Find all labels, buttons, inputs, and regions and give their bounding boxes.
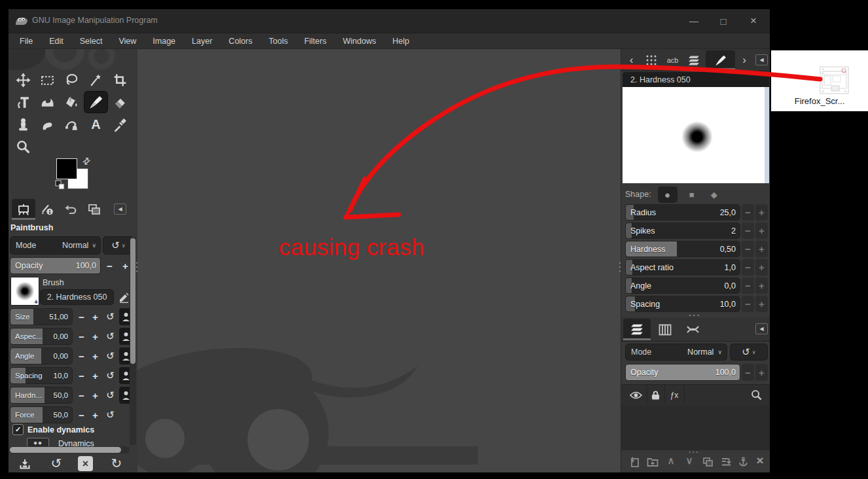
radius-slider[interactable]: Radius 25,0 — [625, 204, 740, 221]
desktop-file-icon[interactable] — [820, 66, 849, 94]
spacing-slider[interactable]: Spacing 10,0 — [10, 367, 73, 384]
menu-edit[interactable]: Edit — [49, 37, 63, 46]
brushes-dock-menu-button[interactable]: ◀ — [755, 54, 768, 65]
layer-mode-select[interactable]: Mode Normal ∨ — [625, 344, 727, 361]
tool-warp-transform[interactable] — [36, 92, 59, 113]
opacity-decrease-button[interactable]: − — [103, 257, 117, 274]
raise-layer-button[interactable]: ∧ — [663, 453, 679, 469]
tab-tool-options[interactable] — [12, 199, 35, 220]
brush-preview[interactable] — [623, 87, 769, 183]
size-increase-button[interactable]: + — [88, 308, 102, 325]
brush-spacing-decrease-button[interactable]: − — [742, 296, 754, 312]
menu-colors[interactable]: Colors — [228, 37, 252, 46]
foreground-color-swatch[interactable] — [56, 158, 77, 179]
tab-images[interactable] — [82, 199, 106, 220]
brush-hardness-slider[interactable]: Hardness 0,50 — [625, 241, 740, 257]
menu-tools[interactable]: Tools — [268, 37, 287, 46]
force-increase-button[interactable]: + — [88, 406, 102, 423]
menu-file[interactable]: File — [20, 37, 33, 46]
hardness-slider[interactable]: Hardn... 50,0 — [10, 387, 73, 404]
tab-layers[interactable] — [623, 319, 651, 340]
tab-channels[interactable] — [652, 319, 678, 340]
brush-angle-increase-button[interactable]: + — [755, 277, 768, 294]
delete-tool-preset-button[interactable]: × — [78, 456, 93, 471]
radius-increase-button[interactable]: + — [755, 204, 768, 221]
brush-spacing-increase-button[interactable]: + — [755, 296, 768, 312]
brush-hardness-increase-button[interactable]: + — [755, 241, 768, 257]
maximize-button[interactable]: □ — [710, 9, 736, 33]
menu-view[interactable]: View — [118, 37, 136, 46]
brush-select[interactable]: 2. Hardness 050 — [40, 289, 114, 305]
menu-help[interactable]: Help — [392, 37, 409, 46]
close-button[interactable]: × — [740, 9, 767, 33]
aspect-ratio-increase-button[interactable]: + — [755, 259, 768, 275]
left-dock-resize-handle[interactable]: ··· — [135, 262, 139, 274]
anchor-layer-button[interactable] — [735, 454, 751, 470]
brush-angle-decrease-button[interactable]: − — [742, 277, 754, 294]
duplicate-layer-button[interactable] — [700, 454, 715, 470]
layers-dock-menu-button[interactable]: ◀ — [755, 323, 768, 334]
size-decrease-button[interactable]: − — [75, 308, 88, 325]
spikes-decrease-button[interactable]: − — [742, 222, 754, 239]
force-reset-button[interactable]: ↺ — [103, 406, 117, 423]
paint-mode-select[interactable]: Mode Normal ∨ — [10, 236, 101, 255]
hardness-increase-button[interactable]: + — [88, 387, 102, 404]
tool-clone[interactable] — [12, 114, 35, 135]
enable-dynamics-checkbox[interactable]: ✓ Enable dynamics — [12, 424, 94, 435]
layer-opacity-decrease-button[interactable]: − — [742, 364, 754, 381]
aspect-ratio-decrease-button[interactable]: − — [742, 259, 754, 275]
tabs-scroll-right-button[interactable]: › — [737, 50, 751, 69]
menu-select[interactable]: Select — [80, 37, 103, 46]
hardness-decrease-button[interactable]: − — [75, 387, 88, 404]
brush-hardness-decrease-button[interactable]: − — [742, 241, 754, 257]
reset-tool-options-button[interactable]: ↻ — [108, 455, 125, 472]
preview-scrollbar[interactable] — [765, 87, 769, 183]
tab-undo-history[interactable] — [59, 199, 82, 220]
swap-colors-icon[interactable]: ⇄ — [80, 154, 92, 168]
shape-circle-button[interactable]: ● — [658, 186, 678, 203]
delete-layer-button[interactable]: × — [752, 453, 768, 469]
new-layer-group-button[interactable] — [645, 454, 660, 470]
layer-search-button[interactable] — [746, 385, 767, 405]
brush-angle-slider[interactable]: Angle 0,0 — [625, 277, 740, 294]
opacity-slider[interactable]: Opacity 100,0 — [10, 257, 101, 274]
angle-decrease-button[interactable]: − — [75, 347, 88, 364]
menu-image[interactable]: Image — [153, 37, 175, 46]
title-bar[interactable]: GNU Image Manipulation Program — □ × — [9, 9, 770, 33]
tab-gradients[interactable] — [684, 50, 704, 70]
layer-list[interactable] — [621, 406, 770, 450]
tab-fonts[interactable]: acb — [662, 50, 683, 70]
spikes-increase-button[interactable]: + — [755, 222, 768, 239]
shape-square-button[interactable]: ■ — [684, 186, 700, 203]
size-slider[interactable]: Size 51,00 — [10, 308, 73, 325]
menu-layer[interactable]: Layer — [192, 37, 212, 46]
spikes-slider[interactable]: Spikes 2 — [625, 222, 740, 239]
tool-smudge[interactable] — [36, 114, 59, 135]
tab-patterns[interactable] — [641, 50, 661, 70]
brush-spacing-slider[interactable]: Spacing 10,0 — [625, 296, 740, 312]
tool-free-select[interactable] — [60, 69, 83, 90]
aspect-ratio-slider[interactable]: Aspect ratio 1,0 — [625, 259, 740, 275]
tool-text[interactable]: A — [84, 114, 107, 135]
angle-increase-button[interactable]: + — [88, 347, 102, 364]
size-reset-button[interactable]: ↺ — [103, 308, 117, 325]
tab-device-status[interactable] — [35, 199, 59, 220]
angle-slider[interactable]: Angle 0,00 — [10, 347, 73, 364]
layer-mode-reset-button[interactable]: ↺ ∨ — [730, 344, 768, 361]
merge-down-button[interactable] — [718, 454, 734, 470]
spacing-increase-button[interactable]: + — [88, 367, 102, 384]
brush-thumbnail[interactable]: + — [10, 277, 39, 306]
tool-bucket-fill[interactable] — [60, 92, 83, 113]
tool-crop[interactable] — [109, 69, 132, 90]
hardness-reset-button[interactable]: ↺ — [103, 387, 117, 404]
minimize-button[interactable]: — — [681, 9, 707, 33]
toolbox-dock-menu-button[interactable]: ◀ — [114, 204, 126, 215]
aspect-slider[interactable]: Aspec... 0,00 — [10, 328, 73, 345]
tool-paintbrush[interactable] — [84, 92, 107, 113]
canvas-area[interactable]: causing crash — [137, 49, 621, 472]
layer-opacity-slider[interactable]: Opacity 100,0 — [625, 364, 740, 381]
menu-windows[interactable]: Windows — [343, 37, 376, 46]
tool-rectangle-select[interactable] — [36, 69, 59, 90]
layer-opacity-increase-button[interactable]: + — [755, 364, 768, 381]
tool-color-picker[interactable] — [109, 114, 132, 135]
